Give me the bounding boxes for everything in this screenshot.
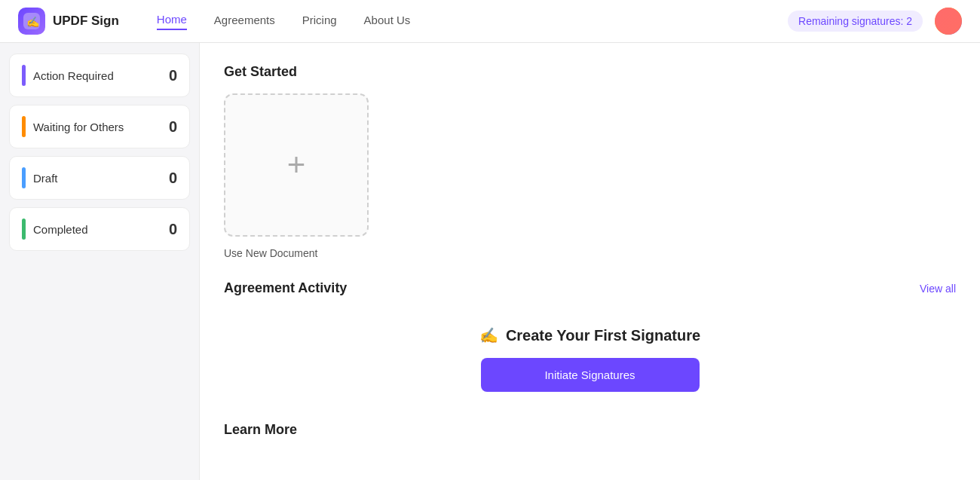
get-started-title: Get Started <box>224 64 956 80</box>
draft-indicator <box>22 167 26 188</box>
draft-label: Draft <box>33 172 161 185</box>
svg-point-2 <box>935 8 962 35</box>
avatar[interactable] <box>935 8 962 35</box>
draft-count: 0 <box>169 170 177 187</box>
new-document-card[interactable]: + <box>224 93 369 237</box>
svg-text:✍: ✍ <box>26 16 40 29</box>
plus-icon: + <box>287 147 306 183</box>
main-layout: Action Required 0 Waiting for Others 0 D… <box>0 43 980 480</box>
activity-header: Agreement Activity View all <box>224 280 956 296</box>
action-required-label: Action Required <box>33 69 161 82</box>
use-new-document-label: Use New Document <box>224 247 956 259</box>
header: ✍ UPDF Sign Home Agreements Pricing Abou… <box>0 0 980 43</box>
empty-state-text: Create Your First Signature <box>506 327 700 344</box>
sidebar-item-action-required[interactable]: Action Required 0 <box>9 54 190 97</box>
activity-title: Agreement Activity <box>224 280 347 296</box>
action-required-indicator <box>22 65 26 86</box>
empty-state: ✍️ Create Your First Signature Initiate … <box>224 311 956 414</box>
nav-home[interactable]: Home <box>157 13 187 30</box>
signature-emoji-icon: ✍️ <box>479 326 498 344</box>
empty-state-title: ✍️ Create Your First Signature <box>479 326 700 344</box>
waiting-count: 0 <box>169 118 177 136</box>
sidebar-item-draft[interactable]: Draft 0 <box>9 156 190 200</box>
nav-bar: Home Agreements Pricing About Us <box>157 13 758 30</box>
sidebar-item-completed[interactable]: Completed 0 <box>9 207 190 251</box>
completed-label: Completed <box>33 223 161 236</box>
waiting-label: Waiting for Others <box>33 121 161 133</box>
sidebar: Action Required 0 Waiting for Others 0 D… <box>0 43 200 480</box>
waiting-indicator <box>22 116 26 137</box>
main-content: Get Started + Use New Document Agreement… <box>200 43 980 480</box>
logo-text: UPDF Sign <box>53 14 119 29</box>
action-required-count: 0 <box>169 67 177 84</box>
nav-pricing[interactable]: Pricing <box>302 14 337 29</box>
logo-area: ✍ UPDF Sign <box>18 8 119 35</box>
completed-indicator <box>22 219 26 240</box>
initiate-signatures-button[interactable]: Initiate Signatures <box>481 358 700 392</box>
nav-about[interactable]: About Us <box>364 14 411 29</box>
completed-count: 0 <box>169 221 177 238</box>
view-all-link[interactable]: View all <box>920 283 956 295</box>
nav-agreements[interactable]: Agreements <box>214 14 275 29</box>
sidebar-item-waiting-for-others[interactable]: Waiting for Others 0 <box>9 105 190 148</box>
remaining-signatures-badge: Remaining signatures: 2 <box>788 11 923 32</box>
learn-more-title: Learn More <box>224 422 956 438</box>
header-right: Remaining signatures: 2 <box>788 8 962 35</box>
logo-icon: ✍ <box>18 8 45 35</box>
